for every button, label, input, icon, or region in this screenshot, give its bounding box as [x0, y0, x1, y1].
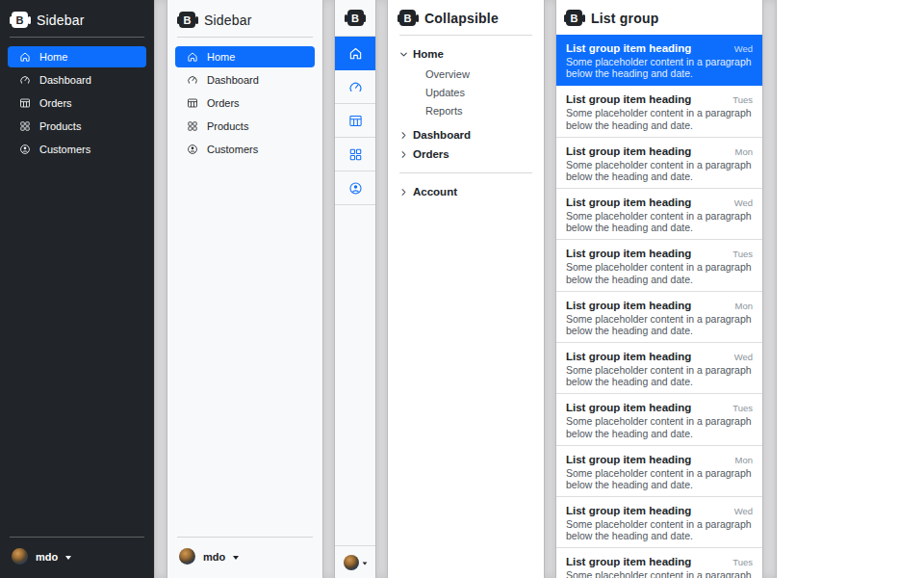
bootstrap-logo-icon: B [179, 12, 195, 28]
sidebar-item-label: Customers [207, 144, 258, 155]
list-item-body: Some placeholder content in a paragraph … [566, 364, 753, 387]
table-icon [187, 97, 198, 109]
list-group-item[interactable]: List group item heading Wed Some placeho… [556, 35, 762, 86]
list-item-date: Tues [732, 403, 753, 413]
list-group-item[interactable]: List group item heading Wed Some placeho… [556, 497, 762, 548]
collapsible-nav: Home Overview Updates Reports Dashboard … [399, 44, 532, 201]
list-item-header-row: List group item heading Tues [566, 402, 753, 413]
sidebar-item-dashboard[interactable]: Dashboard [8, 69, 146, 91]
divider [10, 537, 144, 538]
grid-icon [187, 120, 198, 132]
list-item-date: Wed [734, 352, 753, 362]
sidebar-item-products[interactable]: Products [8, 116, 146, 137]
list-group-item[interactable]: List group item heading Tues Some placeh… [556, 548, 762, 578]
icon-item-home[interactable] [335, 37, 375, 70]
list-group-item[interactable]: List group item heading Tues Some placeh… [556, 86, 762, 137]
sidebar-title: List group [591, 11, 658, 26]
icon-sidebar-brand[interactable]: B [335, 0, 375, 36]
list-item-body: Some placeholder content in a paragraph … [566, 569, 753, 578]
list-item-body-line1: Some placeholder content in a paragraph [566, 210, 753, 222]
sidebar-item-home[interactable]: Home [8, 46, 146, 67]
list-item-body-line2: below the heading and date. [566, 530, 753, 541]
user-name: mdo [36, 551, 58, 563]
tree-subitem-updates[interactable]: Updates [425, 83, 532, 101]
list-item-header-row: List group item heading Wed [566, 42, 753, 54]
list-item-date: Tues [732, 557, 753, 567]
sidebar-item-label: Home [39, 51, 67, 63]
sidebar-title: Sidebar [37, 13, 85, 28]
user-menu[interactable]: mdo [175, 546, 315, 570]
dark-sidebar-brand[interactable]: B Sidebar [8, 10, 146, 28]
sidebar-item-customers[interactable]: Customers [175, 139, 315, 160]
person-circle-icon [187, 144, 198, 155]
list-item-date: Mon [735, 146, 753, 157]
sidebar-item-label: Dashboard [39, 74, 91, 86]
tree-item-label: Account [413, 186, 457, 197]
tree-item-account[interactable]: Account [399, 182, 532, 201]
tree-subitem-overview[interactable]: Overview [425, 65, 532, 83]
list-group-item[interactable]: List group item heading Mon Some placeho… [556, 292, 762, 343]
sidebar-item-customers[interactable]: Customers [8, 139, 146, 160]
list-group-brand[interactable]: B List group [556, 0, 762, 35]
list-item-date: Mon [735, 301, 753, 311]
list-item-body-line2: below the heading and date. [566, 325, 753, 336]
sidebar-item-label: Orders [207, 97, 240, 109]
icon-item-customers[interactable] [335, 171, 375, 205]
icon-item-orders[interactable] [335, 104, 375, 138]
list-item-header-row: List group item heading Tues [566, 248, 753, 259]
list-group-item[interactable]: List group item heading Tues Some placeh… [556, 394, 762, 445]
list-item-body: Some placeholder content in a paragraph … [566, 467, 753, 490]
caret-down-icon [362, 562, 367, 565]
example-divider [154, 0, 167, 578]
example-divider [322, 0, 335, 578]
list-item-header-row: List group item heading Mon [566, 454, 753, 465]
grid-icon [348, 147, 363, 162]
list-group-item[interactable]: List group item heading Mon Some placeho… [556, 138, 762, 189]
tree-item-label: Dashboard [413, 129, 471, 141]
sidebar-item-products[interactable]: Products [175, 116, 315, 137]
list-item-body-line1: Some placeholder content in a paragraph [566, 56, 753, 67]
list-item-body-line1: Some placeholder content in a paragraph [566, 261, 753, 273]
tree-item-orders[interactable]: Orders [399, 144, 532, 164]
sidebar-item-orders[interactable]: Orders [8, 92, 146, 114]
divider [177, 537, 313, 538]
sidebar-title: Collapsible [424, 11, 499, 26]
sidebar-item-dashboard[interactable]: Dashboard [175, 69, 315, 91]
list-group-item[interactable]: List group item heading Wed Some placeho… [556, 189, 762, 240]
list-group-item[interactable]: List group item heading Tues Some placeh… [556, 240, 762, 291]
list-item-body-line1: Some placeholder content in a paragraph [566, 569, 753, 578]
list-item-body: Some placeholder content in a paragraph … [566, 56, 753, 79]
user-menu[interactable] [335, 545, 375, 578]
list-item-body: Some placeholder content in a paragraph … [566, 261, 753, 284]
list-item-header-row: List group item heading Mon [566, 145, 753, 157]
tree-item-dashboard[interactable]: Dashboard [399, 125, 532, 144]
sidebar-item-label: Home [207, 51, 235, 63]
user-menu[interactable]: mdo [8, 546, 146, 570]
list-item-header-row: List group item heading Wed [566, 505, 753, 516]
example-divider [375, 0, 388, 578]
tree-subitem-reports[interactable]: Reports [425, 101, 532, 119]
speedometer-icon [348, 80, 363, 94]
list-item-body-line1: Some placeholder content in a paragraph [566, 467, 753, 479]
list-item-body-line1: Some placeholder content in a paragraph [566, 364, 753, 376]
list-item-body-line2: below the heading and date. [566, 222, 753, 233]
sidebar-item-home[interactable]: Home [175, 46, 315, 67]
icon-item-products[interactable] [335, 138, 375, 171]
bootstrap-logo-icon: B [399, 10, 416, 26]
list-group-item[interactable]: List group item heading Mon Some placeho… [556, 446, 762, 497]
list-item-heading: List group item heading [566, 556, 691, 567]
list-group-item[interactable]: List group item heading Wed Some placeho… [556, 343, 762, 394]
sidebar-item-orders[interactable]: Orders [175, 92, 315, 114]
person-circle-icon [19, 144, 31, 155]
dark-sidebar-nav: Home Dashboard Orders Products [8, 46, 146, 160]
list-item-header-row: List group item heading Tues [566, 556, 753, 567]
icon-item-dashboard[interactable] [335, 70, 375, 104]
house-icon [348, 46, 363, 61]
light-sidebar-brand[interactable]: B Sidebar [175, 10, 315, 28]
list-item-body: Some placeholder content in a paragraph … [566, 210, 753, 233]
tree-item-home[interactable]: Home [399, 44, 532, 64]
collapsible-sidebar-brand[interactable]: B Collapsible [399, 10, 532, 26]
collapsible-sidebar: B Collapsible Home Overview Updates Repo… [388, 0, 544, 578]
list-item-heading: List group item heading [566, 300, 691, 311]
avatar [344, 555, 359, 570]
